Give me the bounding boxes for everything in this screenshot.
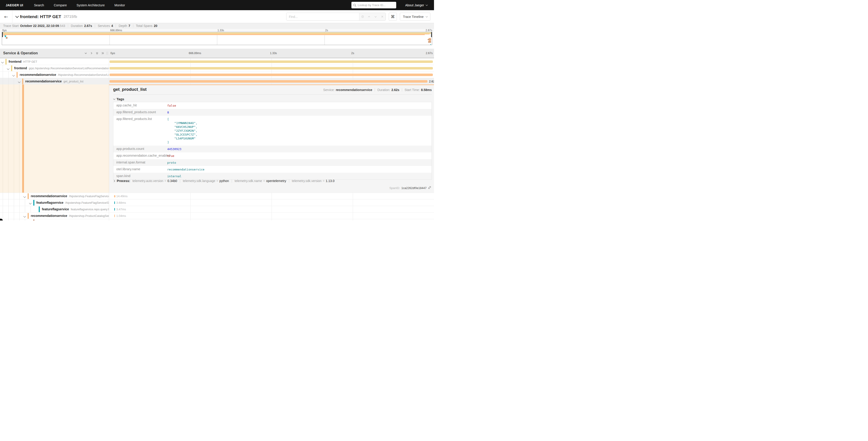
- span-timeline-cell[interactable]: [109, 58, 434, 65]
- tag-value: [ "1YMWWN1N4O", "66VCHSJNUP", "2ZYFJ3GM2…: [166, 116, 197, 146]
- process-tag-key: telemetry.sdk.name: [235, 179, 262, 183]
- span-name-cell[interactable]: frontendgrpc.hipstershop.RecommendationS…: [0, 65, 109, 71]
- collapse-chevron-icon[interactable]: [23, 195, 26, 198]
- span-duration-bar[interactable]: [110, 67, 433, 69]
- span-name-cell[interactable]: recommendationserviceget_product_list: [0, 78, 109, 84]
- service-name: featureflagservice/hipstershop.FeatureFl…: [36, 201, 109, 204]
- nav-item-system-architecture[interactable]: System Architecture: [76, 3, 105, 7]
- nav-items: Search Compare System Architecture Monit…: [34, 3, 125, 7]
- indent-guide: [3, 65, 3, 71]
- span-name-cell[interactable]: recommendationservice/hipstershop.Produc…: [0, 212, 109, 219]
- span-row[interactable]: featureflagservice/hipstershop.FeatureFl…: [0, 199, 434, 206]
- find-input[interactable]: [286, 13, 359, 20]
- keyboard-shortcuts-button[interactable]: ⌘: [389, 13, 397, 21]
- trace-id-lookup[interactable]: [351, 2, 396, 8]
- span-duration-bar[interactable]: [110, 74, 433, 76]
- collapse-trace-chevron-icon[interactable]: [16, 14, 19, 18]
- next-match-icon[interactable]: [373, 14, 378, 19]
- span-row[interactable]: recommendationserviceget_product_list2.6…: [0, 78, 434, 84]
- nav-item-compare[interactable]: Compare: [54, 3, 67, 7]
- process-label: Process:: [117, 179, 130, 183]
- expand-all-icon[interactable]: [101, 52, 104, 55]
- nav-item-monitor[interactable]: Monitor: [115, 3, 125, 7]
- trace-id-lookup-input[interactable]: [358, 3, 394, 7]
- span-row[interactable]: recommendationservice/hipstershop.Produc…: [0, 212, 434, 219]
- span-timeline-cell[interactable]: 3.47ms: [109, 206, 434, 212]
- span-timeline-cell[interactable]: 14.49ms: [109, 193, 434, 199]
- indent-guide: [14, 219, 14, 220]
- chevron-right-icon: [113, 180, 115, 182]
- tag-row[interactable]: span.kindinternal: [113, 173, 432, 179]
- clear-find-icon[interactable]: [380, 14, 385, 19]
- back-button[interactable]: ←: [0, 10, 12, 23]
- collapse-chevron-icon[interactable]: [7, 67, 9, 70]
- span-timeline-cell[interactable]: 2.62s: [109, 78, 434, 84]
- service-color-bar: [5, 59, 6, 64]
- service-label: Service:: [323, 88, 335, 92]
- span-name-cell[interactable]: recommendationservice/hipstershop.Recomm…: [0, 71, 109, 78]
- process-tag-value: opentelemetry: [266, 179, 286, 183]
- collapse-all-icon[interactable]: [95, 52, 99, 55]
- span-row[interactable]: [0, 219, 434, 220]
- span-duration-bar[interactable]: [110, 80, 428, 83]
- span-duration-bar[interactable]: [110, 60, 433, 63]
- back-arrow-icon: ←: [4, 14, 8, 20]
- span-timeline-cell[interactable]: 1.04ms: [109, 212, 434, 219]
- timeline-gridline: [272, 219, 272, 220]
- span-timeline-cell[interactable]: 3.68ms: [109, 200, 434, 206]
- collapse-one-icon[interactable]: [84, 52, 87, 55]
- about-jaeger-menu[interactable]: About Jaeger: [405, 3, 427, 7]
- tag-key: internal.span.format: [113, 159, 166, 166]
- span-row[interactable]: recommendationservice/hipstershop.Featur…: [0, 193, 434, 199]
- tag-value: true: [166, 152, 174, 159]
- span-name-cell[interactable]: featureflagservice/hipstershop.FeatureFl…: [0, 200, 109, 206]
- span-row[interactable]: featureflagservicefeatureflagservice.rep…: [0, 206, 434, 212]
- tag-row[interactable]: app.filtered_products.list[ "1YMWWN1N4O"…: [113, 116, 432, 146]
- process-row[interactable]: Process: telemetry.auto.version=0.34b0te…: [113, 179, 335, 183]
- tag-row[interactable]: otel.library.namerecommendationservice: [113, 166, 432, 173]
- trace-id-short: 2f715fb: [64, 14, 77, 19]
- nav-item-search[interactable]: Search: [34, 3, 44, 7]
- minimap-drag-handle-right[interactable]: [431, 32, 432, 37]
- find-buttons: [359, 13, 385, 20]
- focus-match-icon[interactable]: [360, 14, 365, 19]
- tag-row[interactable]: app.products.count44530923: [113, 146, 432, 152]
- service-color-bar: [33, 200, 34, 206]
- trace-header: ← frontend: HTTP GET 2f715fb: [0, 10, 434, 23]
- trace-view-selector[interactable]: Trace Timeline: [400, 13, 430, 21]
- tag-row[interactable]: internal.span.formatproto: [113, 159, 432, 166]
- tag-value: internal: [166, 173, 182, 179]
- tag-row[interactable]: app.cache_hitfalse: [113, 102, 432, 109]
- process-tag: telemetry.sdk.language=python: [183, 179, 229, 183]
- span-row[interactable]: recommendationservice/hipstershop.Recomm…: [0, 71, 434, 78]
- minimap-span-frontend-grpc: [3, 34, 425, 35]
- span-name-cell[interactable]: recommendationservice/hipstershop.Featur…: [0, 193, 109, 199]
- tags-section-toggle[interactable]: Tags: [113, 97, 124, 101]
- span-timeline-cell[interactable]: [109, 219, 434, 220]
- collapse-chevron-icon[interactable]: [29, 202, 31, 204]
- span-timeline-cell[interactable]: [109, 71, 434, 78]
- span-id-row: SpanID: 1ca2262df0e18447: [390, 186, 431, 190]
- service-name: recommendationservice/hipstershop.Recomm…: [20, 73, 109, 77]
- collapse-chevron-icon[interactable]: [23, 215, 26, 217]
- prev-match-icon[interactable]: [367, 14, 372, 19]
- span-name-cell[interactable]: featureflagservicefeatureflagservice.rep…: [0, 206, 109, 212]
- span-name-cell[interactable]: frontendHTTP GET: [0, 58, 109, 65]
- timeline-gridline: [272, 206, 272, 212]
- span-timeline-cell[interactable]: [109, 65, 434, 71]
- column-resize-grip[interactable]: [106, 52, 108, 55]
- collapse-chevron-icon[interactable]: [1, 61, 4, 63]
- minimap-drag-handle-left[interactable]: [2, 32, 3, 37]
- span-duration-bar-label: 2.62s: [429, 80, 434, 83]
- trace-minimap[interactable]: [2, 32, 432, 45]
- app-logo[interactable]: JAEGER UI: [6, 3, 23, 7]
- tag-row[interactable]: app.recommendation.cache_enabledtrue: [113, 152, 432, 159]
- collapse-chevron-icon[interactable]: [12, 74, 15, 76]
- span-row[interactable]: frontendHTTP GET: [0, 58, 434, 65]
- tag-row[interactable]: app.filtered_products.count8: [113, 109, 432, 116]
- deep-link-icon[interactable]: [428, 186, 431, 190]
- collapse-chevron-icon[interactable]: [18, 80, 20, 83]
- expand-one-icon[interactable]: [90, 52, 93, 55]
- span-row[interactable]: frontendgrpc.hipstershop.RecommendationS…: [0, 65, 434, 71]
- span-name-cell[interactable]: [0, 219, 109, 220]
